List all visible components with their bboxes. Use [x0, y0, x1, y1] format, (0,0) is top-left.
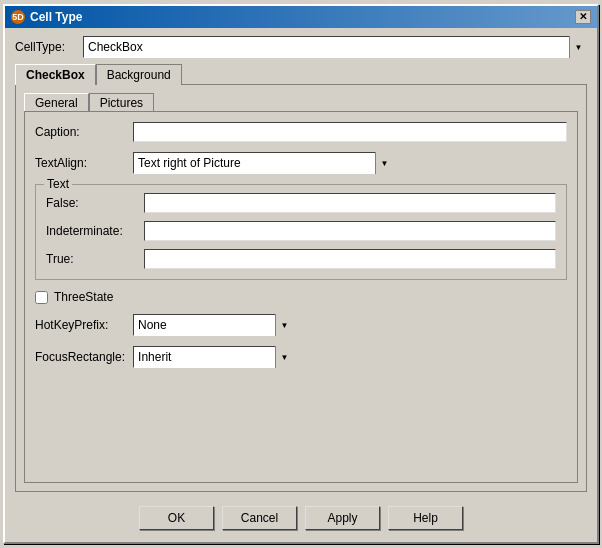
caption-row: Caption:: [35, 122, 567, 142]
hotkeyprefix-select-container: None Show Hide ▼: [133, 314, 293, 336]
threestate-checkbox[interactable]: [35, 291, 48, 304]
text-group-legend: Text: [44, 177, 72, 191]
textalign-label: TextAlign:: [35, 156, 125, 170]
indeterminate-label: Indeterminate:: [46, 224, 136, 238]
ok-button[interactable]: OK: [139, 506, 214, 530]
caption-input[interactable]: [133, 122, 567, 142]
inner-tab-pictures[interactable]: Pictures: [89, 93, 154, 112]
caption-label: Caption:: [35, 125, 125, 139]
outer-tabs: CheckBox Background: [15, 64, 587, 85]
outer-tab-content: General Pictures Caption: TextAlign:: [15, 84, 587, 492]
apply-button[interactable]: Apply: [305, 506, 380, 530]
cancel-button[interactable]: Cancel: [222, 506, 297, 530]
window-body: CellType: CheckBox Normal Button ComboBo…: [5, 28, 597, 542]
focusrectangle-select[interactable]: Inherit None Show: [133, 346, 293, 368]
true-label: True:: [46, 252, 136, 266]
cell-type-dialog: 5D Cell Type ✕ CellType: CheckBox Normal…: [3, 4, 599, 544]
indeterminate-input[interactable]: [144, 221, 556, 241]
false-row: False:: [46, 193, 556, 213]
focusrectangle-select-container: Inherit None Show ▼: [133, 346, 293, 368]
title-bar-left: 5D Cell Type: [11, 10, 82, 24]
celltype-row: CellType: CheckBox Normal Button ComboBo…: [15, 36, 587, 58]
celltype-select-wrapper: CheckBox Normal Button ComboBox DateTime…: [83, 36, 587, 58]
inner-tab-content: Caption: TextAlign: Text right of Pictur…: [24, 111, 578, 483]
help-button[interactable]: Help: [388, 506, 463, 530]
true-row: True:: [46, 249, 556, 269]
celltype-select[interactable]: CheckBox Normal Button ComboBox DateTime…: [83, 36, 587, 58]
textalign-select[interactable]: Text right of Picture Text left of Pictu…: [133, 152, 393, 174]
hotkeyprefix-label: HotKeyPrefix:: [35, 318, 125, 332]
text-group: Text False: Indeterminate: True:: [35, 184, 567, 280]
inner-tab-general[interactable]: General: [24, 93, 89, 112]
textalign-row: TextAlign: Text right of Picture Text le…: [35, 152, 567, 174]
bottom-buttons: OK Cancel Apply Help: [15, 498, 587, 534]
close-button[interactable]: ✕: [575, 10, 591, 24]
indeterminate-row: Indeterminate:: [46, 221, 556, 241]
false-label: False:: [46, 196, 136, 210]
focusrectangle-label: FocusRectangle:: [35, 350, 125, 364]
tab-background[interactable]: Background: [96, 64, 182, 85]
tab-checkbox[interactable]: CheckBox: [15, 64, 96, 85]
celltype-label: CellType:: [15, 40, 75, 54]
threestate-row: ThreeState: [35, 290, 567, 304]
true-input[interactable]: [144, 249, 556, 269]
window-title: Cell Type: [30, 10, 82, 24]
focusrectangle-row: FocusRectangle: Inherit None Show ▼: [35, 346, 567, 368]
hotkeyprefix-select[interactable]: None Show Hide: [133, 314, 293, 336]
outer-tabs-area: CheckBox Background General Pictures Cap…: [15, 64, 587, 492]
threestate-label: ThreeState: [54, 290, 113, 304]
hotkeyprefix-row: HotKeyPrefix: None Show Hide ▼: [35, 314, 567, 336]
app-icon: 5D: [11, 10, 25, 24]
celltype-select-container: CheckBox Normal Button ComboBox DateTime…: [83, 36, 587, 58]
title-bar: 5D Cell Type ✕: [5, 6, 597, 28]
inner-tabs: General Pictures: [24, 93, 578, 112]
textalign-select-container: Text right of Picture Text left of Pictu…: [133, 152, 393, 174]
false-input[interactable]: [144, 193, 556, 213]
